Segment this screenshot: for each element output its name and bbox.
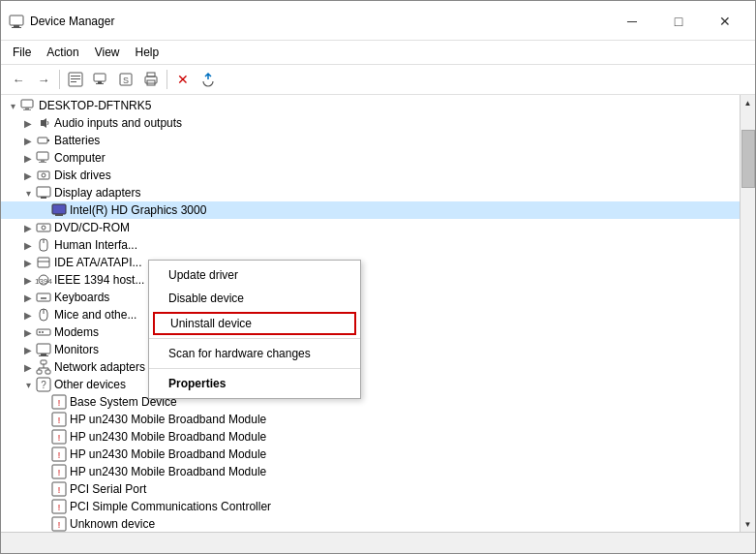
- monitors-expand-icon[interactable]: ▶: [20, 342, 36, 357]
- other-expand-icon[interactable]: ▾: [20, 377, 36, 392]
- ctx-update-driver[interactable]: Update driver: [149, 263, 360, 287]
- audio-expand-icon[interactable]: ▶: [20, 115, 36, 131]
- modems-expand-icon[interactable]: ▶: [20, 324, 36, 340]
- tree-item-pci-comm[interactable]: ▶ ! PCI Simple Communications Controller: [1, 498, 740, 515]
- tree-item-hp2[interactable]: ▶ ! HP un2430 Mobile Broadband Module: [1, 428, 740, 446]
- menu-file[interactable]: File: [5, 43, 39, 62]
- toolbar-sep2: [166, 70, 167, 89]
- mice-expand-icon[interactable]: ▶: [20, 307, 36, 323]
- tree-item-hp1[interactable]: ▶ ! HP un2430 Mobile Broadband Module: [1, 411, 740, 428]
- vertical-scrollbar[interactable]: ▲ ▼: [740, 95, 755, 532]
- ctx-uninstall-device[interactable]: Uninstall device: [153, 312, 356, 335]
- toolbar-btn-computer[interactable]: [89, 68, 112, 91]
- dvd-expand-icon[interactable]: ▶: [20, 220, 36, 235]
- menu-view[interactable]: View: [87, 43, 128, 62]
- tree-pane[interactable]: ▾ DESKTOP-DFTNRK5 ▶ Audio inputs and out…: [1, 95, 740, 532]
- tree-item-pci-serial[interactable]: ▶ ! PCI Serial Port: [1, 480, 740, 498]
- ieee-expand-icon[interactable]: ▶: [20, 272, 36, 288]
- hid-expand-icon[interactable]: ▶: [20, 237, 36, 253]
- tree-item-modems[interactable]: ▶ Modems: [1, 323, 740, 341]
- svg-rect-20: [37, 152, 48, 160]
- toolbar-btn-scan[interactable]: S: [114, 68, 137, 91]
- svg-rect-15: [21, 100, 33, 108]
- tree-item-computer[interactable]: ▶ Computer: [1, 149, 740, 167]
- root-expand-icon[interactable]: ▾: [5, 98, 20, 113]
- computer-label: Computer: [54, 151, 106, 165]
- tree-item-hp3[interactable]: ▶ ! HP un2430 Mobile Broadband Module: [1, 446, 740, 463]
- tree-item-ide[interactable]: ▶ IDE ATA/ATAPI...: [1, 254, 740, 271]
- svg-rect-50: [41, 360, 46, 364]
- tree-item-hp4[interactable]: ▶ ! HP un2430 Mobile Broadband Module: [1, 463, 740, 480]
- disk-expand-icon[interactable]: ▶: [20, 168, 36, 183]
- tree-item-mice[interactable]: ▶ Mice and othe...: [1, 306, 740, 323]
- toolbar-back[interactable]: ←: [7, 68, 30, 91]
- display-expand-icon[interactable]: ▾: [20, 185, 36, 200]
- tree-item-unknown[interactable]: ▶ ! Unknown device: [1, 515, 740, 532]
- toolbar-btn-update[interactable]: [197, 68, 220, 91]
- tree-item-base-system[interactable]: ▶ ! Base System Device: [1, 393, 740, 411]
- audio-label: Audio inputs and outputs: [54, 116, 182, 130]
- pci-serial-icon: !: [51, 481, 67, 497]
- network-expand-icon[interactable]: ▶: [20, 359, 36, 375]
- unknown-icon: !: [51, 516, 67, 532]
- ctx-scan-hardware[interactable]: Scan for hardware changes: [149, 342, 360, 365]
- hp2-label: HP un2430 Mobile Broadband Module: [70, 430, 266, 444]
- svg-rect-27: [52, 204, 66, 214]
- tree-item-display[interactable]: ▾ Display adapters: [1, 184, 740, 201]
- ide-expand-icon[interactable]: ▶: [20, 255, 36, 270]
- tree-item-dvd[interactable]: ▶ DVD/CD-ROM: [1, 219, 740, 236]
- hp3-icon: !: [51, 446, 67, 462]
- svg-text:!: !: [58, 468, 61, 477]
- svg-rect-22: [39, 162, 46, 163]
- minimize-button[interactable]: ─: [610, 7, 654, 36]
- ctx-disable-device[interactable]: Disable device: [149, 287, 360, 310]
- scroll-up[interactable]: ▲: [741, 95, 756, 110]
- batteries-expand-icon[interactable]: ▶: [20, 133, 36, 148]
- ctx-properties[interactable]: Properties: [149, 372, 360, 395]
- scroll-thumb[interactable]: [741, 130, 755, 188]
- svg-rect-19: [47, 139, 49, 141]
- tree-item-monitors[interactable]: ▶ Monitors: [1, 341, 740, 358]
- status-bar: [1, 532, 755, 553]
- svg-rect-7: [94, 74, 106, 81]
- tree-item-batteries[interactable]: ▶ Batteries: [1, 132, 740, 149]
- hp4-icon: !: [51, 464, 67, 479]
- menu-help[interactable]: Help: [128, 43, 167, 62]
- disk-icon: [36, 168, 51, 183]
- svg-rect-18: [38, 138, 47, 143]
- toolbar-forward[interactable]: →: [32, 68, 55, 91]
- batteries-icon: [36, 133, 51, 148]
- mice-label: Mice and othe...: [54, 308, 136, 322]
- tree-item-intel-graphics[interactable]: ▶ Intel(R) HD Graphics 3000: [1, 201, 740, 219]
- tree-item-keyboards[interactable]: ▶ Keyboards: [1, 289, 740, 306]
- svg-point-45: [39, 331, 41, 333]
- tree-item-audio[interactable]: ▶ Audio inputs and outputs: [1, 114, 740, 132]
- svg-rect-5: [71, 78, 80, 79]
- svg-rect-16: [25, 108, 29, 109]
- svg-text:!: !: [58, 416, 61, 425]
- svg-rect-28: [55, 214, 63, 216]
- maximize-button[interactable]: □: [656, 7, 701, 36]
- tree-item-disk[interactable]: ▶ Disk drives: [1, 167, 740, 184]
- title-bar-left: Device Manager: [9, 14, 114, 29]
- hp4-label: HP un2430 Mobile Broadband Module: [70, 465, 266, 478]
- tree-item-hid[interactable]: ▶ Human Interfa...: [1, 236, 740, 254]
- svg-point-46: [42, 331, 44, 333]
- svg-rect-25: [37, 187, 50, 197]
- svg-point-24: [42, 173, 45, 177]
- close-button[interactable]: ✕: [703, 7, 747, 36]
- toolbar-btn-print[interactable]: [139, 68, 163, 91]
- computer-node-icon: [36, 150, 51, 166]
- scroll-down[interactable]: ▼: [741, 516, 756, 532]
- tree-root[interactable]: ▾ DESKTOP-DFTNRK5: [1, 97, 740, 114]
- keyboards-expand-icon[interactable]: ▶: [20, 290, 36, 305]
- computer-expand-icon[interactable]: ▶: [20, 150, 36, 166]
- toolbar-btn-properties[interactable]: [64, 68, 87, 91]
- toolbar-btn-delete[interactable]: ✕: [171, 68, 195, 91]
- svg-rect-26: [41, 197, 46, 199]
- menu-action[interactable]: Action: [39, 43, 86, 62]
- svg-rect-51: [37, 370, 42, 374]
- tree-item-other[interactable]: ▾ ? Other devices: [1, 376, 740, 393]
- tree-item-ieee[interactable]: ▶ 1394 IEEE 1394 host...: [1, 271, 740, 289]
- tree-item-network[interactable]: ▶ Network adapters: [1, 358, 740, 376]
